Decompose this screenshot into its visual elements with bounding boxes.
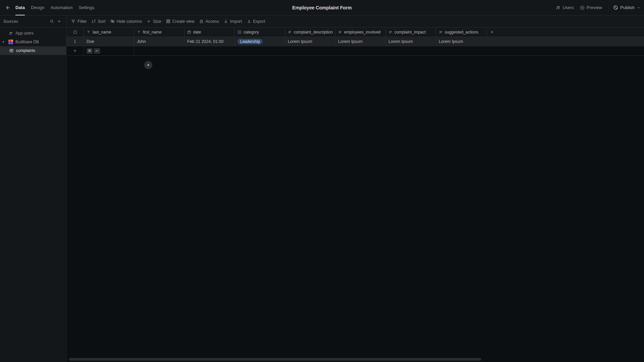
- filter-button[interactable]: Filter: [71, 19, 87, 24]
- source-label: Budibase DB: [15, 40, 39, 44]
- table-row[interactable]: 1 Doe John Feb 21 2024, 01:00 Leadership…: [66, 37, 644, 46]
- longtext-type-icon: [338, 30, 342, 34]
- column-header-date[interactable]: date: [184, 27, 235, 37]
- budibase-logo-icon: [8, 39, 13, 45]
- sort-icon: [92, 19, 96, 23]
- access-button[interactable]: Access: [199, 19, 219, 24]
- tab-settings[interactable]: Settings: [78, 0, 94, 15]
- page-title: Employee Complaint Form: [292, 5, 352, 10]
- cell-complaint-description[interactable]: Lorem Ipsum: [285, 37, 335, 46]
- table-icon: [9, 48, 14, 53]
- text-type-icon: [137, 30, 141, 34]
- longtext-type-icon: [388, 30, 392, 34]
- select-all-checkbox[interactable]: [66, 27, 84, 37]
- users-icon: [556, 5, 560, 10]
- cell-category[interactable]: Leadership: [235, 37, 285, 46]
- cell-last-name[interactable]: Doe: [84, 37, 134, 46]
- text-type-icon: [87, 30, 91, 34]
- content-area: Filter Sort Hide columns Size Create vie…: [66, 15, 644, 362]
- sort-button[interactable]: Sort: [92, 19, 106, 24]
- add-source-button[interactable]: [55, 18, 63, 25]
- insert-row-button[interactable]: [144, 61, 152, 69]
- source-budibase-db[interactable]: ▾ Budibase DB: [0, 38, 66, 46]
- row-number[interactable]: 1: [66, 37, 84, 46]
- svg-point-1: [559, 6, 560, 7]
- source-app-users[interactable]: App users: [0, 29, 66, 38]
- select-type-icon: [237, 30, 241, 34]
- svg-rect-10: [168, 20, 170, 21]
- svg-rect-9: [166, 20, 168, 21]
- plus-icon: [490, 30, 494, 34]
- search-icon: [50, 19, 54, 23]
- tab-design[interactable]: Design: [31, 0, 44, 15]
- add-row[interactable]: ⌘ ↵: [66, 46, 644, 56]
- svg-rect-15: [188, 31, 191, 34]
- column-header-last-name[interactable]: last_name: [84, 27, 134, 37]
- filter-icon: [71, 19, 75, 23]
- scrollbar-thumb[interactable]: [69, 358, 481, 361]
- top-bar-right: Users Preview Publish: [556, 5, 641, 10]
- add-row-shortcuts: ⌘ ↵: [84, 46, 134, 55]
- sidebar: Sources App users ▾ Budibase DB: [0, 15, 66, 362]
- preview-button[interactable]: Preview: [580, 5, 602, 10]
- svg-rect-11: [166, 22, 168, 23]
- plus-icon: [146, 63, 150, 67]
- export-icon: [247, 19, 251, 23]
- column-header-employees-involved[interactable]: employees_involved: [335, 27, 386, 37]
- sidebar-header: Sources: [0, 15, 66, 27]
- source-label: App users: [15, 31, 34, 36]
- size-icon: [147, 19, 151, 23]
- import-button[interactable]: Import: [224, 19, 242, 24]
- column-header-complaint-description[interactable]: complaint_description: [285, 27, 335, 37]
- svg-rect-14: [74, 31, 76, 34]
- table-label: complaints: [16, 48, 35, 53]
- size-button[interactable]: Size: [147, 19, 161, 24]
- cell-date[interactable]: Feb 21 2024, 01:00: [184, 37, 235, 46]
- publish-disabled-icon: [613, 5, 618, 10]
- category-tag: Leadership: [237, 39, 263, 44]
- publish-button[interactable]: Publish: [613, 5, 641, 10]
- longtext-type-icon: [288, 30, 292, 34]
- cell-suggested-actions[interactable]: Lorem Ipsum: [436, 37, 486, 46]
- lock-icon: [199, 19, 204, 23]
- eye-off-icon: [110, 19, 115, 23]
- column-header-suggested-actions[interactable]: suggested_actions: [436, 27, 486, 37]
- svg-point-6: [11, 32, 12, 33]
- hide-columns-button[interactable]: Hide columns: [110, 19, 142, 24]
- checkbox-icon: [73, 30, 77, 34]
- arrow-left-icon: [5, 5, 11, 10]
- publish-label: Publish: [620, 5, 635, 10]
- add-column-button[interactable]: [486, 27, 497, 37]
- tab-automation[interactable]: Automation: [51, 0, 73, 15]
- chevron-down-icon: [637, 6, 641, 10]
- svg-point-4: [50, 20, 53, 22]
- add-row-plus[interactable]: [66, 46, 84, 55]
- create-view-button[interactable]: Create view: [166, 19, 195, 24]
- back-button[interactable]: [3, 3, 13, 12]
- import-icon: [224, 19, 228, 23]
- tab-data[interactable]: Data: [15, 0, 25, 15]
- plus-icon: [73, 49, 77, 53]
- main-tabs: Data Design Automation Settings: [15, 0, 94, 15]
- shortcut-cmd-icon: ⌘: [87, 48, 93, 54]
- export-button[interactable]: Export: [247, 19, 265, 24]
- cell-complaint-impact[interactable]: Lorem Ipsum: [386, 37, 436, 46]
- svg-rect-13: [200, 21, 203, 23]
- top-bar: Data Design Automation Settings Employee…: [0, 0, 644, 15]
- horizontal-scrollbar[interactable]: [69, 358, 641, 361]
- svg-point-5: [10, 32, 11, 33]
- table-complaints[interactable]: complaints: [0, 46, 66, 55]
- column-header-complaint-impact[interactable]: complaint_impact: [386, 27, 436, 37]
- column-header-first-name[interactable]: first_name: [134, 27, 184, 37]
- chevron-down-icon[interactable]: ▾: [3, 40, 6, 44]
- svg-point-0: [557, 6, 558, 7]
- grid-header-row: last_name first_name date category compl…: [66, 27, 644, 37]
- cell-first-name[interactable]: John: [134, 37, 184, 46]
- plus-icon: [57, 19, 61, 23]
- column-header-category[interactable]: category: [235, 27, 285, 37]
- cell-employees-involved[interactable]: Lorem Ipsum: [335, 37, 386, 46]
- users-icon: [8, 31, 13, 36]
- users-button[interactable]: Users: [556, 5, 574, 10]
- search-sources-button[interactable]: [48, 18, 55, 25]
- grid-icon: [166, 19, 170, 23]
